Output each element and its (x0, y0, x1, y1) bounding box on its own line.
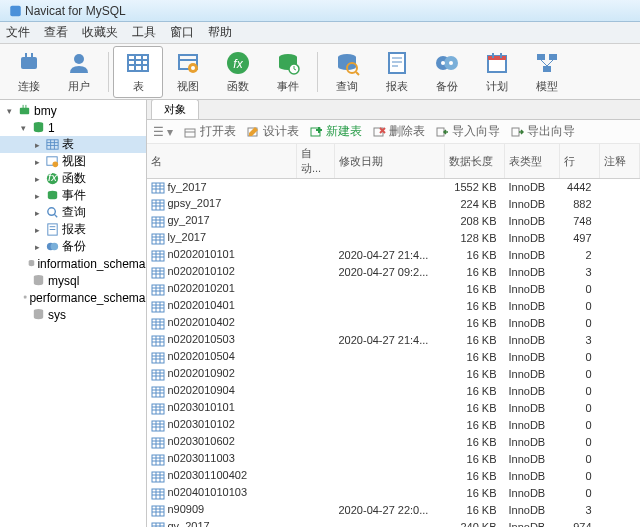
toolbar-user[interactable]: 用户 (54, 46, 104, 98)
tree-item[interactable]: ▸fx函数 (0, 170, 146, 187)
table-row[interactable]: n020201020116 KBInnoDB0 (147, 281, 640, 298)
cell-comment (600, 400, 640, 417)
column-header[interactable]: 名 (147, 144, 297, 179)
menu-1[interactable]: 查看 (44, 24, 68, 41)
sidebar-tree[interactable]: ▾bmy▾1▸表▸视图▸fx函数▸事件▸查询▸报表▸备份information_… (0, 100, 147, 527)
tree-item[interactable]: sys (0, 306, 146, 323)
table-row[interactable]: n02030110040216 KBInnoDB0 (147, 468, 640, 485)
cell-auto (297, 298, 335, 315)
tree-item[interactable]: ▸备份 (0, 238, 146, 255)
table-row[interactable]: gy_2017208 KBInnoDB748 (147, 213, 640, 230)
toolbar-event[interactable]: 事件 (263, 46, 313, 98)
svg-point-29 (441, 61, 445, 65)
toolbar-label: 报表 (386, 79, 408, 94)
menu-3[interactable]: 工具 (132, 24, 156, 41)
tree-collapse-icon[interactable]: ▾ (18, 122, 29, 133)
table-row[interactable]: n020201040116 KBInnoDB0 (147, 298, 640, 315)
menu-0[interactable]: 文件 (6, 24, 30, 41)
table-row[interactable]: n020301100316 KBInnoDB0 (147, 451, 640, 468)
toolbar-view[interactable]: 视图 (163, 46, 213, 98)
tree-item[interactable]: mysql (0, 272, 146, 289)
table-row[interactable]: n020201040216 KBInnoDB0 (147, 315, 640, 332)
action-open[interactable]: 打开表 (183, 123, 236, 140)
table-row[interactable]: n02020105032020-04-27 21:4...16 KBInnoDB… (147, 332, 640, 349)
toolbar-table[interactable]: 表 (113, 46, 163, 98)
toolbar-fx[interactable]: fx函数 (213, 46, 263, 98)
column-header[interactable]: 修改日期 (335, 144, 445, 179)
action-design[interactable]: 设计表 (246, 123, 299, 140)
table-icon (151, 437, 165, 449)
action-delete[interactable]: 删除表 (372, 123, 425, 140)
cell-auto (297, 451, 335, 468)
table-row[interactable]: n020201050416 KBInnoDB0 (147, 349, 640, 366)
tree-expand-icon[interactable]: ▸ (32, 190, 43, 201)
tree-expand-icon[interactable]: ▸ (32, 173, 43, 184)
table-row[interactable]: n020301060216 KBInnoDB0 (147, 434, 640, 451)
tree-item[interactable]: ▸查询 (0, 204, 146, 221)
tree-collapse-icon[interactable]: ▾ (4, 105, 15, 116)
table-row[interactable]: n02020101012020-04-27 21:4...16 KBInnoDB… (147, 247, 640, 264)
tree-item[interactable]: ▸事件 (0, 187, 146, 204)
tree-label: 事件 (62, 187, 86, 204)
action-new[interactable]: 新建表 (309, 123, 362, 140)
table-list[interactable]: 名自动...修改日期数据长度表类型行注释 fy_20171552 KBInnoD… (147, 144, 641, 527)
tree-expand-icon[interactable]: ▸ (32, 207, 43, 218)
table-row[interactable]: n020301010116 KBInnoDB0 (147, 400, 640, 417)
table-icon (151, 369, 165, 381)
tree-label: sys (48, 308, 66, 322)
table-row[interactable]: n909092020-04-27 22:0...16 KBInnoDB3 (147, 502, 640, 519)
svg-rect-126 (152, 353, 164, 363)
action-label: 新建表 (326, 123, 362, 140)
table-row[interactable]: n02040101010316 KBInnoDB0 (147, 485, 640, 502)
cell-date (335, 468, 445, 485)
tree-expand-icon[interactable]: ▸ (32, 139, 43, 150)
table-row[interactable]: n02020101022020-04-27 09:2...16 KBInnoDB… (147, 264, 640, 281)
table-row[interactable]: n020201090216 KBInnoDB0 (147, 366, 640, 383)
svg-rect-106 (152, 285, 164, 295)
action-import[interactable]: 导入向导 (435, 123, 500, 140)
toolbar-model[interactable]: 模型 (522, 46, 572, 98)
tree-item[interactable]: ▾bmy (0, 102, 146, 119)
cell-name: n0202010402 (147, 315, 297, 332)
tab-objects[interactable]: 对象 (151, 99, 199, 119)
action-export[interactable]: 导出向导 (510, 123, 575, 140)
tree-expand-icon[interactable]: ▸ (32, 224, 43, 235)
column-header[interactable]: 表类型 (505, 144, 560, 179)
cell-name: n0202010102 (147, 264, 297, 281)
menu-5[interactable]: 帮助 (208, 24, 232, 41)
table-row[interactable]: fy_20171552 KBInnoDB4442 (147, 179, 640, 196)
column-header[interactable]: 自动... (297, 144, 335, 179)
table-icon (151, 216, 165, 228)
table-row[interactable]: gpsy_2017224 KBInnoDB882 (147, 196, 640, 213)
table-row[interactable]: qy_2017240 KBInnoDB974 (147, 519, 640, 528)
tree-item[interactable]: performance_schema (0, 289, 146, 306)
action-dropdown-icon[interactable]: ☰ ▾ (153, 125, 173, 139)
svg-rect-151 (152, 438, 164, 448)
toolbar-separator (108, 52, 109, 92)
toolbar-report[interactable]: 报表 (372, 46, 422, 98)
tree-item[interactable]: ▾1 (0, 119, 146, 136)
tree-item[interactable]: ▸报表 (0, 221, 146, 238)
toolbar-schedule[interactable]: 计划 (472, 46, 522, 98)
tree-item[interactable]: ▸表 (0, 136, 146, 153)
table-row[interactable]: n020301010216 KBInnoDB0 (147, 417, 640, 434)
tree-expand-icon[interactable]: ▸ (32, 156, 43, 167)
tree-item[interactable]: ▸视图 (0, 153, 146, 170)
export-icon (510, 125, 524, 139)
menu-2[interactable]: 收藏夹 (82, 24, 118, 41)
svg-point-50 (53, 162, 59, 168)
column-header[interactable]: 行 (560, 144, 600, 179)
column-header[interactable]: 数据长度 (445, 144, 505, 179)
tree-expand-icon[interactable]: ▸ (32, 241, 43, 252)
column-header[interactable]: 注释 (600, 144, 640, 179)
toolbar-query[interactable]: 查询 (322, 46, 372, 98)
cell-type: InnoDB (505, 366, 560, 383)
svg-rect-41 (23, 105, 24, 109)
menu-4[interactable]: 窗口 (170, 24, 194, 41)
table-row[interactable]: ly_2017128 KBInnoDB497 (147, 230, 640, 247)
tree-item[interactable]: information_schema (0, 255, 146, 272)
cell-type: InnoDB (505, 502, 560, 519)
table-row[interactable]: n020201090416 KBInnoDB0 (147, 383, 640, 400)
toolbar-backup[interactable]: 备份 (422, 46, 472, 98)
toolbar-plug[interactable]: 连接 (4, 46, 54, 98)
